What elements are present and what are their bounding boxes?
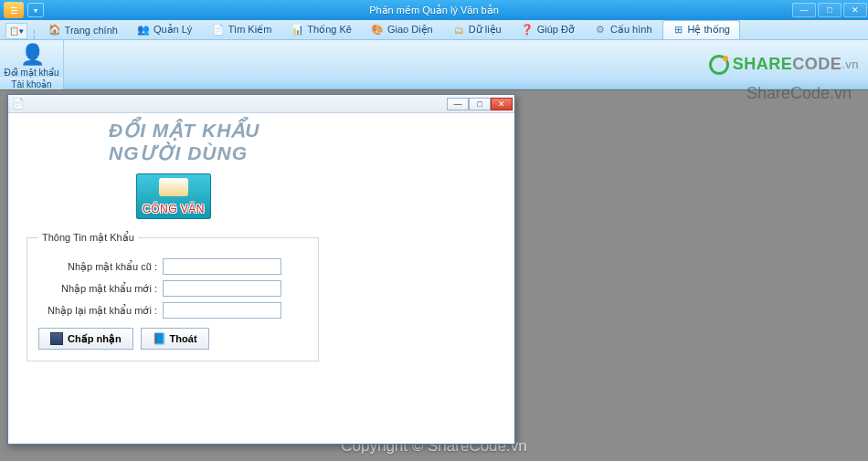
tab-quan-ly[interactable]: 👥Quản Lý [128,20,202,39]
app-titlebar: ☰ ▾ Phần mềm Quản lý Văn bản — □ ✕ [0,0,868,20]
save-icon [50,332,63,345]
app-menu-orb[interactable]: ☰ [4,2,24,18]
tab-giao-dien[interactable]: 🎨Giao Diện [362,20,443,39]
repeat-password-input[interactable] [163,302,281,319]
mdi-workspace: ShareCode.vn Copyright © ShareCode.vn 📄 … [0,89,868,461]
ribbon-group-account: 👤 Đổi mật khẩu Tài khoản [0,40,64,89]
ribbon-panel: 👤 Đổi mật khẩu Tài khoản SHARECODE.vn [0,40,868,89]
separator: ¦ [33,29,36,39]
tab-tim-kiem[interactable]: 📄Tìm Kiếm [202,20,281,39]
quick-access-dropdown[interactable]: ▾ [27,3,44,17]
dialog-titlebar[interactable]: 📄 — □ ✕ [8,95,514,113]
window-close-button[interactable]: ✕ [843,3,867,17]
tab-thong-ke[interactable]: 📊Thống Kê [281,20,362,39]
dialog-maximize-button[interactable]: □ [469,98,491,110]
app-title: Phần mềm Quản lý Văn bản [369,5,499,16]
ribbon-group-caption: Tài khoản [0,78,63,90]
new-password-input[interactable] [163,280,281,297]
tab-du-lieu[interactable]: 🗂Dữ liệu [443,20,512,39]
change-password-dialog: 📄 — □ ✕ ĐỔI MẬT KHẨU NGƯỜI DÙNG CÔNG VĂN… [7,94,515,445]
tab-giup-do[interactable]: ❓Giúp Đỡ [512,20,585,39]
accept-button[interactable]: Chấp nhận [38,328,133,350]
dialog-minimize-button[interactable]: — [447,98,469,110]
new-password-label: Nhập mật khẩu mới : [38,283,157,295]
fieldset-legend: Thông Tin mật Khẩu [38,232,138,244]
exit-icon: 📘 [153,332,165,345]
sharecode-logo: SHARECODE.vn [709,40,868,89]
password-fieldset: Thông Tin mật Khẩu Nhập mật khẩu cũ : Nh… [26,232,319,361]
exit-button[interactable]: 📘Thoát [141,328,209,350]
dialog-close-button[interactable]: ✕ [491,98,513,110]
window-maximize-button[interactable]: □ [818,3,842,17]
ribbon-tabs: 📋▾ ¦ 🏠Trang chính 👥Quản Lý 📄Tìm Kiếm 📊Th… [0,20,868,40]
cong-van-badge: CÔNG VĂN [136,173,211,219]
file-menu-icon[interactable]: 📋▾ [5,23,27,39]
dialog-heading: ĐỔI MẬT KHẨU NGƯỜI DÙNG [109,119,496,164]
dialog-icon: 📄 [12,98,25,110]
logo-ring-icon [709,55,729,75]
change-password-icon[interactable]: 👤 [20,43,44,67]
old-password-label: Nhập mật khẩu cũ : [38,261,157,273]
tab-cau-hinh[interactable]: ⚙Cấu hình [585,20,662,39]
watermark-top: ShareCode.vn [746,84,852,103]
window-minimize-button[interactable]: — [792,3,816,17]
tab-trang-chinh[interactable]: 🏠Trang chính [39,20,128,39]
change-password-label[interactable]: Đổi mật khẩu [4,68,58,78]
tab-he-thong[interactable]: ⊞Hệ thống [662,20,740,39]
old-password-input[interactable] [163,258,281,275]
repeat-password-label: Nhập lại mật khẩu mới : [38,305,157,317]
